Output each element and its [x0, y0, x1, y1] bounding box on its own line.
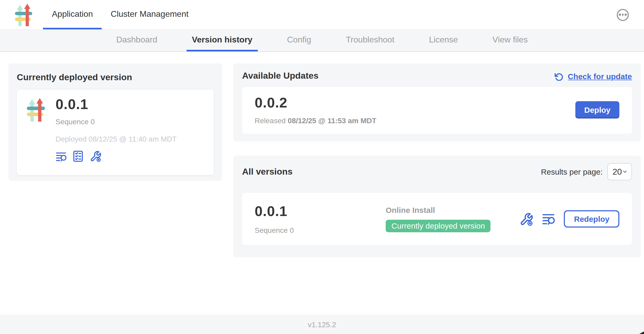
tab-application-label: Application [52, 9, 93, 19]
currently-deployed-version-panel: 0.0.1 Sequence 0 Deployed 08/12/25 @ 11:… [17, 90, 214, 175]
subnav-tab-view-files[interactable]: View files [487, 30, 533, 51]
top-nav-tabs: Application Cluster Management [43, 0, 198, 29]
row-sequence: Sequence 0 [255, 226, 386, 234]
deployed-sequence: Sequence 0 [56, 117, 177, 126]
tab-cluster-management-label: Cluster Management [111, 9, 189, 19]
results-per-page-label: Results per page: [541, 167, 603, 176]
release-notes-icon[interactable] [542, 212, 555, 225]
refresh-icon [555, 72, 564, 80]
ellipsis-icon [619, 14, 621, 16]
deployed-version-actions [56, 150, 177, 162]
edit-config-icon[interactable] [90, 150, 101, 162]
results-per-page-select[interactable]: 20 [607, 163, 632, 180]
all-versions-title: All versions [242, 166, 293, 177]
version-row-actions: Redeploy [520, 210, 619, 228]
tab-application[interactable]: Application [43, 0, 102, 29]
update-row: 0.0.2 Released 08/12/25 @ 11:53 am MDT D… [242, 87, 632, 134]
currently-deployed-badge: Currently deployed version [386, 220, 491, 232]
subnav-tab-config[interactable]: Config [282, 30, 316, 51]
app-logo-icon [26, 98, 46, 122]
version-row: 0.0.1 Sequence 0 Online Install Currentl… [242, 193, 632, 245]
edit-config-icon[interactable] [520, 212, 533, 226]
available-updates-title: Available Updates [242, 71, 319, 81]
chevron-down-icon [622, 169, 628, 175]
redeploy-button[interactable]: Redeploy [564, 210, 619, 228]
main-content: Currently deployed version 0.0.1 Sequenc… [0, 52, 644, 257]
update-version-number: 0.0.2 [255, 95, 376, 111]
results-per-page-value: 20 [613, 167, 622, 176]
check-for-update-link[interactable]: Check for update [555, 72, 632, 80]
more-menu-button[interactable] [617, 9, 629, 21]
preflight-checks-icon[interactable] [73, 150, 83, 162]
subnav-tab-troubleshoot[interactable]: Troubleshoot [341, 30, 400, 51]
install-type-label: Online Install [386, 206, 435, 214]
deployed-timestamp: Deployed 08/12/25 @ 11:40 am MDT [56, 135, 177, 143]
footer: v1.125.2 [0, 315, 644, 334]
subnav-tab-version-history[interactable]: Version history [187, 30, 258, 51]
app-logo-icon [15, 3, 32, 26]
right-column: Available Updates Check for update 0.0.2… [233, 63, 641, 257]
available-updates-card: Available Updates Check for update 0.0.2… [233, 63, 641, 142]
deploy-button[interactable]: Deploy [575, 101, 619, 118]
check-for-update-label: Check for update [568, 72, 632, 80]
release-notes-icon[interactable] [56, 151, 67, 162]
all-versions-card: All versions Results per page: 20 0.0.1 … [233, 156, 641, 257]
top-nav: Application Cluster Management [0, 0, 644, 30]
deployed-version-number: 0.0.1 [56, 96, 177, 113]
currently-deployed-card: Currently deployed version 0.0.1 Sequenc… [8, 63, 222, 181]
subnav-tab-dashboard[interactable]: Dashboard [111, 30, 163, 51]
admin-console-page: Application Cluster Management Dashboard… [0, 0, 644, 334]
app-subnav: Dashboard Version history Config Trouble… [0, 30, 644, 52]
currently-deployed-title: Currently deployed version [17, 72, 214, 83]
chat-widget-corner [639, 331, 644, 334]
update-released-timestamp: Released 08/12/25 @ 11:53 am MDT [255, 116, 376, 125]
subnav-tab-license[interactable]: License [424, 30, 463, 51]
results-per-page: Results per page: 20 [541, 163, 632, 180]
console-version-label: v1.125.2 [308, 320, 336, 328]
tab-cluster-management[interactable]: Cluster Management [102, 0, 198, 29]
row-version-number: 0.0.1 [255, 203, 386, 220]
